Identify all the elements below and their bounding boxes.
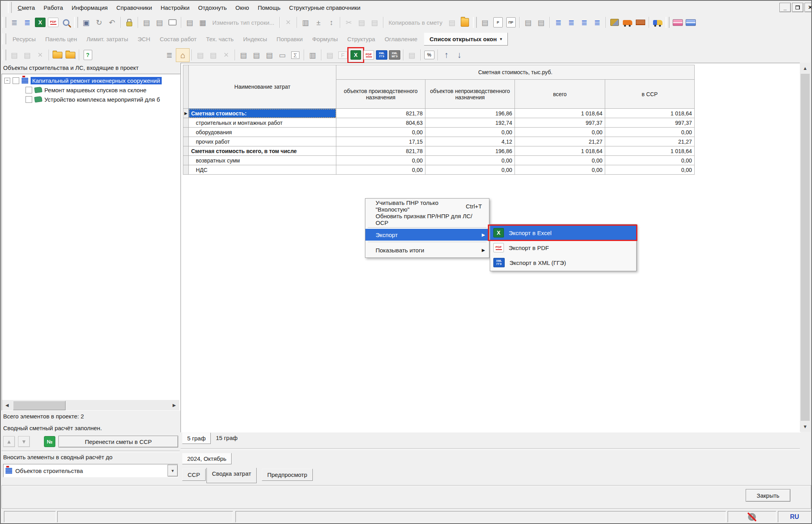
menu-rabota[interactable]: Работа	[39, 2, 68, 13]
toolbar-gripper[interactable]	[2, 17, 6, 28]
cell[interactable]: 0,00	[336, 165, 425, 175]
percent-button[interactable]: %	[423, 49, 436, 62]
menu-nastroyki[interactable]: Настройки	[156, 2, 194, 13]
numbering-button[interactable]: №	[44, 436, 55, 447]
machines-button[interactable]	[621, 16, 634, 29]
cell[interactable]: 0,00	[425, 156, 515, 165]
cell[interactable]: 0,00	[425, 128, 515, 137]
cell[interactable]: 0,00	[605, 128, 695, 137]
price-p-button[interactable]: P	[491, 16, 504, 29]
move-row-up-button[interactable]: ≣	[565, 16, 578, 29]
menu-informacia[interactable]: Информация	[68, 2, 112, 13]
menu-pomosch[interactable]: Помощь	[254, 2, 285, 13]
cell[interactable]: 821,78	[336, 109, 425, 118]
menubar-gripper[interactable]	[8, 2, 12, 13]
combo-dropdown-button[interactable]: ▼	[168, 465, 178, 477]
move-row-down-button[interactable]: ≣	[578, 16, 591, 29]
cell[interactable]: 0,00	[425, 165, 515, 175]
tab-svodka-zatrat[interactable]: Сводка затрат	[206, 468, 257, 483]
calculator-button[interactable]: ▥	[306, 49, 319, 62]
tree-item-estimate-1[interactable]: Ремонт маршевых спусков на склоне	[26, 85, 180, 95]
save-button[interactable]: ▣	[80, 16, 93, 29]
tab-15-graph[interactable]: 15 граф	[211, 433, 242, 443]
panel-tabs-gripper[interactable]	[2, 33, 6, 44]
toolbar-gripper[interactable]	[473, 17, 477, 28]
close-window-button[interactable]: ×	[805, 3, 812, 12]
cell[interactable]: 0,00	[605, 156, 695, 165]
summary-folder-button[interactable]: Σ	[289, 49, 302, 62]
menu-item-show-totals[interactable]: Показывать итоги ▶	[365, 243, 489, 257]
transfer-to-ssr-button[interactable]: Перенести сметы в ССР	[58, 436, 178, 447]
toolbar-gripper[interactable]	[74, 17, 78, 28]
menu-strukturnye-spravochniki[interactable]: Структурные справочники	[285, 2, 365, 13]
cell[interactable]: 804,63	[336, 118, 425, 128]
restore-button[interactable]	[792, 3, 803, 12]
row-parameters-button[interactable]: ▤	[140, 16, 153, 29]
recalc-button[interactable]: ▥	[299, 16, 312, 29]
tree-hscrollbar[interactable]: ◀ ▶	[2, 400, 179, 410]
comment-button[interactable]	[166, 16, 179, 29]
cell[interactable]: 0,00	[515, 165, 605, 175]
insert-row-below-button[interactable]: ≣	[591, 16, 604, 29]
submenu-item-export-xml[interactable]: XMLГГЭ Экспорт в XML (ГГЭ)	[490, 255, 636, 270]
cell[interactable]: 821,78	[336, 146, 425, 156]
menu-otdohnut[interactable]: Отдохнуть	[194, 2, 231, 13]
cell[interactable]: 21,27	[605, 137, 695, 146]
search-button[interactable]	[60, 16, 73, 29]
cell[interactable]: 1 018,64	[605, 146, 695, 156]
structure-view-button[interactable]: ≣	[163, 49, 176, 62]
scroll-up-button[interactable]: ▲	[801, 64, 810, 73]
cell[interactable]: 997,37	[515, 118, 605, 128]
cell[interactable]: 997,37	[605, 118, 695, 128]
tab-preview[interactable]: Предпросмотр	[262, 469, 313, 481]
scroll-down-button[interactable]: ▼	[801, 422, 810, 431]
add-position-button[interactable]: ±	[312, 16, 325, 29]
open-windows-list-button[interactable]: Список открытых окон ▾	[424, 33, 508, 46]
row-name-cell[interactable]: прочих работ	[189, 137, 336, 146]
estimate-2-checkbox[interactable]	[26, 96, 32, 103]
materials-button[interactable]	[634, 16, 647, 29]
import-object-button[interactable]: ↓	[64, 49, 77, 62]
normative-base-alt-button[interactable]	[684, 16, 697, 29]
paste-buffer-button[interactable]	[458, 16, 471, 29]
row-name-cell[interactable]: Сметная стоимость всего, в том числе	[189, 146, 336, 156]
tab-ssr[interactable]: ССР	[182, 469, 206, 481]
insert-row-above-button[interactable]: ≣	[552, 16, 565, 29]
expand-structure-button[interactable]: ≣	[8, 16, 21, 29]
folder-button[interactable]: ▭	[276, 49, 289, 62]
insert-level-combobox[interactable]: Объектов строительства ▼	[3, 464, 178, 477]
cell[interactable]: 196,86	[425, 146, 515, 156]
tree-item-estimate-2[interactable]: Устройство комплекса мероприятий для б	[26, 95, 180, 104]
wizard-edit-button[interactable]: ▤	[522, 16, 535, 29]
export-xml-mge-button[interactable]: XMLМГЭ	[388, 49, 401, 62]
normative-base-button[interactable]	[671, 16, 684, 29]
toolbar-gripper[interactable]	[666, 17, 670, 28]
minimize-button[interactable]: _	[779, 3, 791, 12]
scroll-right-button[interactable]: ▶	[170, 401, 179, 409]
cell[interactable]: 196,86	[425, 109, 515, 118]
cell[interactable]: 0,00	[515, 128, 605, 137]
table-vscrollbar[interactable]: ▲ ▼	[800, 63, 810, 432]
unlock-button[interactable]	[123, 16, 136, 29]
cell[interactable]: 0,00	[605, 165, 695, 175]
tab-5-graph[interactable]: 5 граф	[182, 433, 211, 444]
cell[interactable]: 4,12	[425, 137, 515, 146]
transport-button[interactable]	[651, 16, 664, 29]
row-name-cell[interactable]: Сметная стоимость:	[189, 109, 336, 118]
undo-button[interactable]: ↶	[106, 16, 119, 29]
submenu-item-export-excel[interactable]: X Экспорт в Excel	[490, 225, 636, 240]
row-name-cell[interactable]: оборудования	[189, 128, 336, 137]
menu-okno[interactable]: Окно	[231, 2, 254, 13]
submenu-item-export-pdf[interactable]: PDF Экспорт в PDF	[490, 240, 636, 255]
export-item-button[interactable]: ▤	[263, 49, 276, 62]
sort-rows-button[interactable]: ↕	[325, 16, 338, 29]
menu-item-obnovit-priznak[interactable]: Обновить признак ПР/НПР для ЛС/ОСР	[365, 213, 489, 226]
tree-item-project[interactable]: − Капитальный ремонт инженерных сооружен…	[4, 76, 180, 85]
open-object-button[interactable]: →	[51, 49, 64, 62]
menu-spravochniki[interactable]: Справочники	[112, 2, 156, 13]
hscroll-thumb[interactable]	[13, 401, 66, 410]
collapse-icon[interactable]: −	[4, 78, 10, 84]
cell[interactable]: 1 018,64	[515, 109, 605, 118]
home-button[interactable]: ⌂	[176, 48, 190, 62]
vscroll-thumb[interactable]	[801, 74, 810, 421]
